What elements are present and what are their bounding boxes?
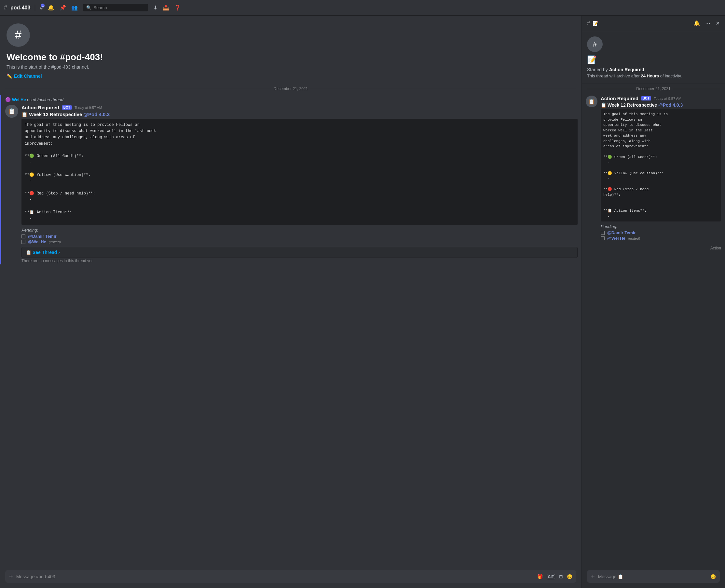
download-icon[interactable]: ⬇ xyxy=(153,4,158,11)
gif-icon[interactable]: GIF xyxy=(547,574,555,579)
members-icon[interactable]: 👥 xyxy=(71,4,78,11)
pending-mention-1: @Damir Temir xyxy=(28,234,57,239)
thread-info-area: # 📝 Started by Action Required This thre… xyxy=(582,31,725,84)
top-bar: # pod-403 # 1 🔔 📌 👥 🔍 Search ⬇ 📥 ❓ xyxy=(0,0,725,16)
gift-icon[interactable]: 🎁 xyxy=(537,574,543,579)
right-input-placeholder[interactable]: Message 📋 xyxy=(598,574,707,579)
channel-intro: # Welcome to #pod-403! This is the start… xyxy=(0,16,582,84)
right-input-icons: 😊 xyxy=(710,574,716,579)
date-divider-text: December 21, 2021 xyxy=(274,86,308,91)
channel-icon-large: # xyxy=(6,23,30,47)
right-date-divider-text: December 21, 2021 xyxy=(636,86,670,91)
bot-message-row: 📋 Action Required BOT Today at 9:57 AM 📋… xyxy=(5,105,578,263)
right-bot-message-content: Action Required BOT Today at 9:57 AM 📋 W… xyxy=(601,96,721,241)
bell-icon[interactable]: 🔔 xyxy=(48,4,54,11)
thread-channel-icon: # xyxy=(587,37,603,52)
pending-section-left: Pending: @Damir Temir @Wei He (edited) xyxy=(21,228,578,244)
embed-pod-mention: @Pod 4.0.3 xyxy=(83,111,110,117)
search-icon: 🔍 xyxy=(86,5,92,10)
emoji-icon[interactable]: 😊 xyxy=(567,574,572,579)
right-panel-header: # 📝 🔔 ⋯ ✕ xyxy=(582,16,725,31)
left-input-icons: 🎁 GIF ⊞ 😊 xyxy=(537,574,572,579)
pending-edited-tag: (edited) xyxy=(49,240,61,244)
right-bot-avatar: 📋 xyxy=(586,96,598,107)
right-pending-checkbox-2 xyxy=(601,236,605,240)
right-panel-header-icons: 🔔 ⋯ ✕ xyxy=(693,20,720,26)
right-pending-item-2: @Wei He (edited) xyxy=(601,236,721,241)
right-pending-label: Pending: xyxy=(601,224,721,229)
user-avatar-small: 🟣 xyxy=(5,97,11,102)
right-input-plus[interactable]: + xyxy=(591,573,595,580)
pin-icon[interactable]: 📌 xyxy=(60,4,66,11)
thread-hash-large: # xyxy=(593,40,597,48)
threads-badge: 1 xyxy=(41,4,45,7)
right-pending-edited-tag: (edited) xyxy=(628,236,640,240)
apps-icon[interactable]: ⊞ xyxy=(559,574,563,579)
right-message-group: 📋 Action Required BOT Today at 9:57 AM 📋… xyxy=(582,94,725,243)
message-timestamp: Today at 9:57 AM xyxy=(75,106,102,110)
right-message-input-bar: + Message 📋 😊 xyxy=(587,570,720,583)
right-panel: # 📝 🔔 ⋯ ✕ # 📝 Started by xyxy=(582,16,725,588)
right-bot-author: Action Required xyxy=(601,96,639,101)
welcome-title: Welcome to #pod-403! xyxy=(6,52,575,62)
left-panel: # Welcome to #pod-403! This is the start… xyxy=(0,16,582,588)
search-bar[interactable]: 🔍 Search xyxy=(83,4,148,12)
bot-author: Action Required xyxy=(21,105,59,110)
right-more-icon[interactable]: ⋯ xyxy=(705,20,710,26)
right-bell-icon[interactable]: 🔔 xyxy=(693,20,700,26)
bot-message-content: Action Required BOT Today at 9:57 AM 📋 W… xyxy=(21,105,578,263)
help-icon[interactable]: ❓ xyxy=(175,4,181,11)
mention-line: 🟣 Wei He used /action-thread xyxy=(5,96,578,103)
right-bot-message-header: Action Required BOT Today at 9:57 AM xyxy=(601,96,721,101)
bot-avatar: 📋 xyxy=(5,105,18,118)
thread-author-name: Action Required xyxy=(609,67,644,72)
thread-started-by: Started by Action Required xyxy=(587,67,720,72)
right-pending-item-1: @Damir Temir xyxy=(601,230,721,235)
right-pending-mention-1: @Damir Temir xyxy=(607,230,636,235)
embed-body-left: The goal of this meeting is to provide F… xyxy=(21,119,578,225)
right-messages-scroll[interactable]: # 📝 Started by Action Required This thre… xyxy=(582,31,725,568)
right-bot-badge: BOT xyxy=(641,96,651,101)
see-thread-sub: There are no messages in this thread yet… xyxy=(21,258,578,263)
thread-hash-icon: # xyxy=(587,20,590,26)
right-message-time: Today at 9:57 AM xyxy=(654,97,681,101)
mention-command: /action-thread xyxy=(37,97,63,102)
right-date-divider: December 21, 2021 xyxy=(582,84,725,94)
right-embed-mention: @Pod 4.0.3 xyxy=(658,102,683,108)
pending-mention-2: @Wei He xyxy=(28,239,46,244)
message-group-container: 🟣 Wei He used /action-thread 📋 Action Re… xyxy=(0,94,582,266)
threads-icon[interactable]: # 1 xyxy=(40,5,43,11)
channel-name-header: pod-403 xyxy=(11,5,30,11)
hash-icon: # xyxy=(4,4,7,11)
left-input-plus[interactable]: + xyxy=(9,573,13,580)
inbox-icon[interactable]: 📥 xyxy=(163,4,169,11)
see-thread-container: 📋 See Thread › There are no messages in … xyxy=(21,247,578,263)
pending-item-2: @Wei He (edited) xyxy=(21,239,578,244)
action-label-row: Action xyxy=(582,243,725,253)
channel-description: This is the start of the #pod-403 channe… xyxy=(6,64,575,69)
embed-title: 📋 Week 12 Retrospective xyxy=(21,111,82,117)
see-thread-button[interactable]: 📋 See Thread › xyxy=(21,247,578,258)
pending-checkbox-1 xyxy=(21,234,25,238)
search-placeholder: Search xyxy=(94,5,107,10)
message-area: 🟣 Wei He used /action-thread 📋 Action Re… xyxy=(1,95,582,265)
hash-large-icon: # xyxy=(15,28,21,42)
messages-scroll[interactable]: # Welcome to #pod-403! This is the start… xyxy=(0,16,582,568)
right-embed-body: The goal of this meeting is to provide F… xyxy=(601,109,721,222)
thread-note-icon-header: 📝 xyxy=(592,21,598,26)
edit-channel-button[interactable]: ✏️ Edit Channel xyxy=(6,74,575,79)
pending-item-1: @Damir Temir xyxy=(21,234,578,239)
see-thread-label: 📋 See Thread › xyxy=(26,250,60,255)
right-pending-checkbox-1 xyxy=(601,231,605,235)
edit-channel-label: Edit Channel xyxy=(14,74,42,79)
left-input-placeholder[interactable]: Message #pod-403 xyxy=(16,574,534,579)
left-message-input-bar: + Message #pod-403 🎁 GIF ⊞ 😊 xyxy=(5,570,576,583)
bot-badge: BOT xyxy=(62,105,72,110)
mention-user: Wei He xyxy=(12,97,26,102)
thread-archive-note: This thread will archive after 24 Hours … xyxy=(587,74,720,78)
right-emoji-icon[interactable]: 😊 xyxy=(710,574,716,579)
right-embed-title-line: 📋 Week 12 Retrospective @Pod 4.0.3 xyxy=(601,102,721,108)
right-pending-section: Pending: @Damir Temir @Wei He (edited) xyxy=(601,224,721,241)
right-close-icon[interactable]: ✕ xyxy=(716,20,720,26)
right-pending-mention-2: @Wei He xyxy=(607,236,625,241)
